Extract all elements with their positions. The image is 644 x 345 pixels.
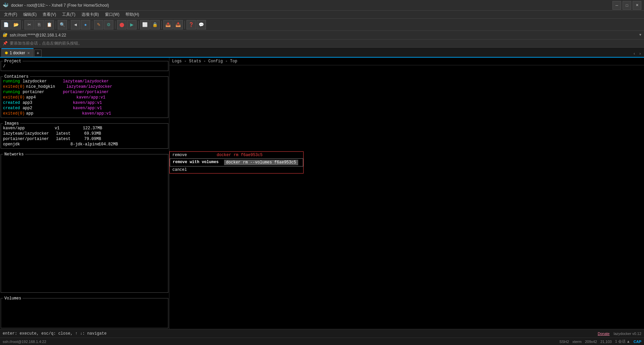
image-name: portainer/portainer (3, 137, 53, 141)
bottom-bar: ssh://root@192.168.1.4:22 SSH2 xterm 209… (0, 338, 644, 345)
toolbar-open[interactable]: 📂 (11, 20, 21, 29)
menu-tabs[interactable]: 选项卡(B) (79, 11, 102, 18)
ctx-remove-label: remove (172, 153, 213, 157)
toolbar: 📄 📂 ✂ ⎘ 📋 🔍 ◄ ● ✎ ⚙ ⬤ ▶ ⬜ 🔒 📤 📥 ❓ 💬 (0, 19, 644, 31)
notification-text: 要添加当前会话，点击左侧的箭头按钮。 (10, 41, 82, 46)
tab-nav-left[interactable]: ‹ (632, 51, 637, 57)
image-name: lazyteam/lazydocker (3, 131, 53, 136)
ctx-remove[interactable]: remove docker rm f6ae953c5 (170, 152, 303, 158)
toolbar-help[interactable]: ❓ (186, 20, 196, 29)
project-title: Project (3, 59, 22, 64)
container-name: app3 (22, 100, 63, 105)
toolbar-go[interactable]: ▶ (127, 20, 137, 29)
ctx-remove-with-volumes[interactable]: remove with volumes docker rm --volumes … (170, 158, 303, 166)
menu-help[interactable]: 帮助(H) (123, 11, 142, 18)
menu-edit[interactable]: 编辑(E) (20, 11, 39, 18)
status-bar: enter: execute, esc/q: close, ↑ ↓: navig… (0, 329, 644, 338)
menu-view[interactable]: 查看(V) (40, 11, 59, 18)
container-row[interactable]: created app2 kaven/app:v1 (3, 106, 166, 111)
toolbar-sep1 (22, 21, 23, 29)
volumes-section: Volumes (1, 298, 168, 328)
toolbar-sep4 (92, 21, 92, 29)
image-row[interactable]: lazyteam/lazydocker latest 69.93MB (3, 131, 166, 136)
images-content: kaven/app v1 122.37MB lazyteam/lazydocke… (1, 124, 168, 148)
minimize-button[interactable]: ─ (612, 1, 621, 10)
status-badge: created (3, 100, 20, 105)
container-name: nice_hodgkin (26, 84, 66, 89)
toolbar-cut[interactable]: ✂ (24, 20, 34, 29)
menu-bar: 文件(F) 编辑(E) 查看(V) 工具(T) 选项卡(B) 窗口(W) 帮助(… (0, 11, 644, 19)
right-panel: Logs - Stats - Config - Top remove docke… (169, 58, 644, 329)
container-name: app4 (26, 95, 66, 100)
container-row[interactable]: running lazydocker lazyteam/lazydocker (3, 79, 166, 84)
image-row[interactable]: openjdk 8-jdk-alpine 104.82MB (3, 142, 166, 147)
menu-tools[interactable]: 工具(T) (59, 11, 78, 18)
containers-section: Containers running lazydocker lazyteam/l… (1, 76, 168, 118)
toolbar-paste[interactable]: 📋 (45, 20, 54, 29)
tab-nav-right[interactable]: › (638, 51, 643, 57)
project-content: / (1, 61, 168, 71)
container-row[interactable]: running portainer portainer/portainer (3, 89, 166, 95)
title-bar-left: 🐳 docker - root@192:~ - Xshell 7 (Free f… (3, 2, 109, 8)
image-row[interactable]: portainer/portainer latest 79.09MB (3, 136, 166, 142)
image-row[interactable]: kaven/app v1 122.37MB (3, 126, 166, 131)
container-row[interactable]: exited (0) app4 kaven/app:v1 (3, 95, 166, 100)
tab-label: 1 docker (10, 51, 25, 55)
volumes-content (1, 298, 168, 302)
tab-dot (5, 52, 8, 54)
protocol-info: SSH2 (559, 340, 569, 344)
context-menu: remove docker rm f6ae953c5 remove with v… (169, 151, 304, 174)
image-name: kaven/app (3, 126, 53, 131)
image-size: 122.37MB (83, 126, 102, 131)
image-tag: latest (56, 131, 83, 136)
toolbar-browser[interactable]: ● (81, 20, 90, 29)
status-badge: running (3, 79, 20, 84)
toolbar-edit[interactable]: ✎ (94, 20, 103, 29)
close-button[interactable]: ✕ (633, 1, 641, 10)
toolbar-download[interactable]: 📥 (173, 20, 183, 29)
toolbar-find[interactable]: 🔍 (58, 20, 67, 29)
toolbar-stop[interactable]: ⬤ (117, 20, 126, 29)
toolbar-sep5 (115, 21, 115, 29)
status-right: Donate lazydocker v0.12 (598, 332, 641, 336)
tab-docker[interactable]: 1 docker ✕ (1, 48, 34, 57)
tab-close-button[interactable]: ✕ (27, 51, 30, 55)
toolbar-new[interactable]: 📄 (1, 20, 11, 29)
toolbar-chat[interactable]: 💬 (197, 20, 206, 29)
image-size: 79.09MB (84, 137, 101, 141)
images-title: Images (3, 121, 20, 126)
toolbar-settings[interactable]: ⚙ (104, 20, 113, 29)
container-name: app2 (22, 106, 63, 111)
right-panel-header: Logs - Stats - Config - Top (169, 58, 644, 65)
connection-info: ssh://root@192.168.1.4:22 (3, 340, 46, 344)
images-section: Images kaven/app v1 122.37MB lazyteam/la… (1, 123, 168, 149)
ctx-cancel[interactable]: cancel (170, 166, 303, 173)
menu-file[interactable]: 文件(F) (1, 11, 20, 18)
container-image: kaven/app:v1 (73, 106, 102, 111)
status-hint: enter: execute, esc/q: close, ↑ ↓: navig… (3, 331, 107, 336)
toolbar-upload[interactable]: 📤 (163, 20, 173, 29)
title-bar-text: docker - root@192:~ - Xshell 7 (Free for… (11, 3, 109, 8)
donate-link[interactable]: Donate (598, 332, 609, 336)
container-row[interactable]: created app3 kaven/app:v1 (3, 100, 166, 106)
line-col-info: 21,103 (600, 340, 612, 344)
container-image: kaven/app:v1 (73, 100, 102, 105)
toolbar-back[interactable]: ◄ (71, 20, 80, 29)
exit-code: (0) (17, 111, 25, 116)
ctx-remove-command: docker rm f6ae953c5 (217, 153, 263, 157)
menu-window[interactable]: 窗口(W) (102, 11, 122, 18)
toolbar-sftp1[interactable]: ⬜ (140, 20, 150, 29)
toolbar-copy[interactable]: ⎘ (35, 20, 44, 29)
container-name: app (26, 111, 66, 116)
maximize-button[interactable]: □ (623, 1, 631, 10)
container-row[interactable]: exited (0) app kaven/app:v1 (3, 111, 166, 116)
exit-code: (0) (17, 84, 25, 89)
toolbar-lock[interactable]: 🔒 (150, 20, 160, 29)
container-image: kaven/app:v1 (76, 95, 105, 100)
tab-add-button[interactable]: + (34, 50, 42, 57)
toolbar-sep2 (56, 21, 56, 29)
toolbar-sep7 (161, 21, 162, 29)
container-row[interactable]: exited (0) nice_hodgkin lazyteam/lazydoc… (3, 84, 166, 89)
exit-code: (0) (17, 95, 25, 100)
ctx-rwv-label: remove with volumes (173, 160, 219, 165)
